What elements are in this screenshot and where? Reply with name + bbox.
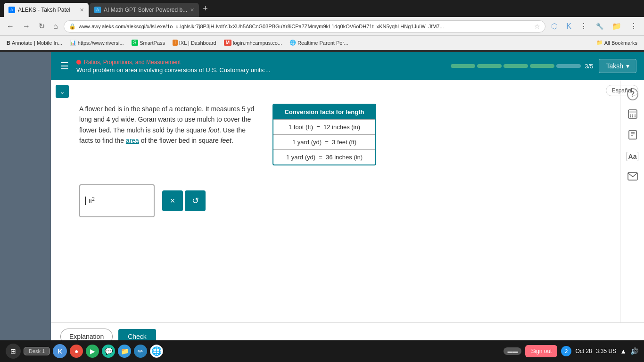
address-bar[interactable]: 🔒 www-awy.aleks.com/alekscgi/x/lsl.exe/1… <box>64 20 546 33</box>
area-link[interactable]: area <box>126 137 139 144</box>
url-display: www-awy.aleks.com/alekscgi/x/lsl.exe/1o_… <box>79 24 532 29</box>
hamburger-menu-button[interactable]: ☰ <box>58 58 71 74</box>
taskbar-green-app[interactable]: ▶ <box>86 345 99 358</box>
bookmark-realtime[interactable]: 🌐 Realtime Parent Por... <box>287 39 351 47</box>
bookmark-star-icon[interactable]: ☆ <box>534 23 540 30</box>
tab-aleks-close[interactable]: ✕ <box>80 7 84 13</box>
progress-section: 3/5 <box>451 63 593 70</box>
bookmark-smartpass[interactable]: S SmartPass <box>129 39 168 47</box>
bookmark-ixl-icon: I <box>173 40 178 46</box>
unit-display: ft2 <box>89 197 95 205</box>
svg-rect-8 <box>629 131 636 139</box>
taskbar-controls: ▬▬ <box>504 347 521 355</box>
action-buttons: × ↺ <box>162 190 206 211</box>
sign-out-button[interactable]: Sign out <box>525 345 557 357</box>
text-icon: Aa <box>627 152 639 161</box>
main-content: A flower bed is in the shape of a rectan… <box>51 80 620 322</box>
taskbar-slider-icon: ▬▬ <box>507 348 518 354</box>
svg-rect-1 <box>629 111 636 113</box>
reference-tool-button[interactable] <box>624 127 641 144</box>
conversion-row-2: 1 yard (yd) = 3 feet (ft) <box>273 134 375 149</box>
svg-point-4 <box>634 114 635 115</box>
bookmark-riversi[interactable]: 📊 https://www.riversi... <box>67 39 127 47</box>
right-sidebar: ? <box>620 80 644 322</box>
bookmark-riversi-label: https://www.riversi... <box>78 40 124 46</box>
svg-point-5 <box>629 116 630 117</box>
header-topic: Ratios, Proportions, and Measurement Wor… <box>76 59 445 74</box>
clear-button[interactable]: × <box>162 190 183 211</box>
home-button[interactable]: ⌂ <box>50 20 61 33</box>
expand-button[interactable]: ⌄ <box>56 85 69 98</box>
question-area: A flower bed is in the shape of a rectan… <box>51 80 620 175</box>
bookmark-mhcampus-label: login.mhcampus.co... <box>233 40 282 46</box>
taskbar-blue-app[interactable]: 📁 <box>118 345 131 358</box>
text-tool-button[interactable]: Aa <box>624 148 641 165</box>
taskbar-network-icon: ▲ <box>620 347 627 355</box>
desk-label[interactable]: Desk 1 <box>24 347 50 355</box>
aleks-header: ☰ Ratios, Proportions, and Measurement W… <box>51 52 644 80</box>
bookmark-realtime-label: Realtime Parent Por... <box>297 40 348 46</box>
extensions-button[interactable]: ⬡ <box>548 20 561 33</box>
svg-point-2 <box>629 114 630 115</box>
notification-badge[interactable]: 2 <box>561 346 571 356</box>
progress-bars <box>451 64 581 68</box>
bookmarks-bar: B Annotate | Mobile In... 📊 https://www.… <box>0 36 644 50</box>
signout-label: Sign out <box>531 348 552 354</box>
taskbar-teal-app[interactable]: 💬 <box>102 345 115 358</box>
taskbar-time: 3:35 US <box>596 348 616 354</box>
bookmark-annotate-label: Annotate | Mobile In... <box>12 40 62 46</box>
bookmark-all[interactable]: 📁 All Bookmarks <box>594 39 640 47</box>
taskbar-chrome-app[interactable]: 🌐 <box>150 345 163 358</box>
svg-point-6 <box>632 116 633 117</box>
back-button[interactable]: ← <box>4 20 17 33</box>
bookmark-smartpass-icon: S <box>132 40 139 46</box>
forward-button[interactable]: → <box>20 20 33 33</box>
question-text: A flower bed is in the shape of a rectan… <box>79 104 258 146</box>
svg-point-3 <box>632 114 633 115</box>
svg-point-7 <box>634 116 635 117</box>
tab-ai-label: AI Math GPT Solver Powered b... <box>104 7 187 13</box>
progress-bar-4 <box>530 64 554 68</box>
profile-button[interactable]: K <box>563 20 574 33</box>
ext1-button[interactable]: 🔧 <box>593 21 606 32</box>
ext3-button[interactable]: ⋮ <box>627 20 640 33</box>
user-menu-button[interactable]: Taksh ▾ <box>599 59 636 73</box>
taskbar-date: Oct 28 <box>575 348 592 354</box>
bookmark-annotate[interactable]: B Annotate | Mobile In... <box>4 39 65 47</box>
taskbar-search-button[interactable]: ⊞ <box>6 344 21 359</box>
taskbar-sound-icon: 🔊 <box>630 347 638 355</box>
taskbar-red-app[interactable]: ● <box>70 345 83 358</box>
reload-button[interactable]: ↻ <box>36 20 48 33</box>
progress-bar-1 <box>451 64 475 68</box>
text-cursor <box>85 197 86 205</box>
bookmark-all-icon: 📁 <box>596 40 603 46</box>
bookmark-ixl[interactable]: I IXL | Dashboard <box>170 39 219 47</box>
reset-button[interactable]: ↺ <box>185 190 206 211</box>
clear-icon: × <box>170 196 175 206</box>
calculator-tool-button[interactable] <box>624 107 641 123</box>
bookmark-annotate-icon: B <box>7 40 10 46</box>
menu-button[interactable]: ⋮ <box>577 20 590 33</box>
conversion-table-header: Conversion facts for length <box>273 105 375 119</box>
tab-ai[interactable]: A AI Math GPT Solver Powered b... ✕ <box>90 3 199 17</box>
taskbar-blue2-app[interactable]: ✏ <box>134 345 147 358</box>
explanation-label: Explanation <box>69 333 104 340</box>
bookmark-mhcampus[interactable]: M login.mhcampus.co... <box>221 39 285 47</box>
taskbar: ⊞ Desk 1 K ● ▶ 💬 📁 ✏ 🌐 ▬▬ Sign out 2 Oct… <box>0 340 644 362</box>
notification-count: 2 <box>565 348 568 354</box>
conversion-row-3: 1 yard (yd) = 36 inches (in) <box>273 149 375 165</box>
main-area: ⌄ Español A flower bed is in the shape o… <box>51 80 644 362</box>
bookmark-smartpass-label: SmartPass <box>140 40 165 46</box>
taskbar-k-app[interactable]: K <box>53 344 67 358</box>
bookmark-ixl-label: IXL | Dashboard <box>179 40 216 46</box>
ext2-button[interactable]: 📁 <box>609 20 624 33</box>
tab-ai-close[interactable]: ✕ <box>190 7 194 13</box>
aleks-app: ☰ Ratios, Proportions, and Measurement W… <box>51 52 644 362</box>
tab-aleks[interactable]: A ALEKS - Taksh Patel ✕ <box>4 3 89 17</box>
new-tab-button[interactable]: + <box>200 4 211 14</box>
message-tool-button[interactable] <box>624 169 641 186</box>
topic-category: Ratios, Proportions, and Measurement <box>76 59 445 66</box>
topic-title: Word problem on area involving conversio… <box>76 66 445 74</box>
progress-bar-3 <box>504 64 528 68</box>
progress-bar-2 <box>477 64 502 68</box>
